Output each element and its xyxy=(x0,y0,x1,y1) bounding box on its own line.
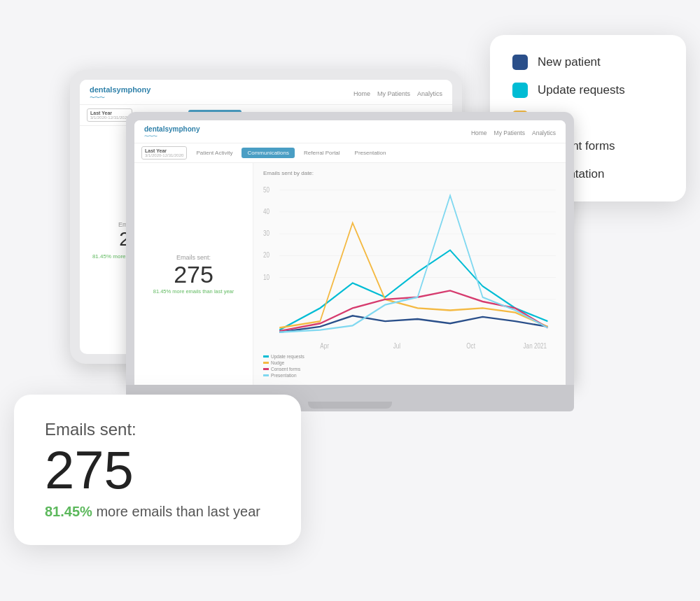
legend-item-update-requests: Update requests xyxy=(512,83,664,98)
laptop-content: Emails sent: 275 81.45% more emails than… xyxy=(134,163,566,385)
legend-laptop-nudge: Nudge xyxy=(263,360,556,365)
laptop-emails-count: 275 xyxy=(174,261,214,288)
svg-text:Jan 2021: Jan 2021 xyxy=(524,341,547,350)
tablet-header: dentalsymphony 〜〜〜 Home My Patients Anal… xyxy=(80,80,452,105)
laptop-nav-home[interactable]: Home xyxy=(471,129,487,136)
laptop-tab-presentation[interactable]: Presentation xyxy=(349,148,392,158)
svg-text:Apr: Apr xyxy=(320,341,329,350)
laptop-emails-growth: 81.45% more emails than last year xyxy=(153,288,234,295)
brand-name: dentalsymphony xyxy=(90,85,150,94)
laptop-brand-name: dentalsymphony xyxy=(144,125,200,133)
nav-patients[interactable]: My Patients xyxy=(377,90,410,97)
laptop-brand-waves: 〜〜〜 xyxy=(144,133,157,140)
legend-laptop-presentation: Presentation xyxy=(263,373,556,378)
laptop-tabs-row: Last Year 3/1/2020-12/31/2020 Patient Ac… xyxy=(134,143,566,163)
laptop-chart-legend: Update requests Nudge Consent forms Pres… xyxy=(263,354,556,378)
floating-emails-label: Emails sent: xyxy=(45,420,270,439)
laptop-tab-patient-activity[interactable]: Patient Activity xyxy=(190,148,238,158)
floating-growth-pct: 81.45% xyxy=(45,504,92,519)
laptop-notch xyxy=(308,402,392,409)
legend-laptop-consent: Consent forms xyxy=(263,367,556,372)
nav-home[interactable]: Home xyxy=(354,90,370,97)
floating-stats-card: Emails sent: 275 81.45% more emails than… xyxy=(14,395,301,545)
svg-text:Oct: Oct xyxy=(466,341,475,350)
svg-text:20: 20 xyxy=(263,250,270,259)
laptop-nav: Home My Patients Analytics xyxy=(471,129,556,136)
laptop-nav-analytics[interactable]: Analytics xyxy=(532,129,556,136)
svg-text:30: 30 xyxy=(263,229,270,237)
floating-emails-count: 275 xyxy=(45,444,270,497)
new-patient-color-swatch xyxy=(512,55,528,70)
laptop-device: dentalsymphony 〜〜〜 Home My Patients Anal… xyxy=(126,112,574,413)
update-requests-label: Update requests xyxy=(538,83,625,97)
laptop-brand-logo: dentalsymphony 〜〜〜 xyxy=(144,125,200,140)
laptop-screen: dentalsymphony 〜〜〜 Home My Patients Anal… xyxy=(134,120,566,385)
laptop-stats-panel: Emails sent: 275 81.45% more emails than… xyxy=(134,163,253,385)
svg-text:50: 50 xyxy=(263,185,270,194)
laptop-emails-label: Emails sent: xyxy=(176,254,211,261)
laptop-date-select[interactable]: Last Year 3/1/2020-12/31/2020 xyxy=(141,146,187,160)
laptop-header: dentalsymphony 〜〜〜 Home My Patients Anal… xyxy=(134,120,566,143)
laptop-nav-patients[interactable]: My Patients xyxy=(494,129,525,136)
laptop-chart-title: Emails sent by date: xyxy=(263,170,556,176)
nav-analytics[interactable]: Analytics xyxy=(417,90,442,97)
laptop-tab-referral-portal[interactable]: Referral Portal xyxy=(298,148,346,158)
brand-logo: dentalsymphony 〜〜〜 xyxy=(90,85,150,101)
svg-text:Jul: Jul xyxy=(393,341,400,350)
laptop-tab-communications[interactable]: Communications xyxy=(241,148,295,158)
floating-growth-suffix: more emails than last year xyxy=(92,504,260,519)
svg-text:40: 40 xyxy=(263,207,270,215)
laptop-chart-container: 50 40 30 20 10 xyxy=(263,179,556,354)
laptop-screen-wrap: dentalsymphony 〜〜〜 Home My Patients Anal… xyxy=(126,112,574,385)
brand-waves: 〜〜〜 xyxy=(90,94,104,101)
tablet-nav: Home My Patients Analytics xyxy=(354,90,442,97)
legend-laptop-update: Update requests xyxy=(263,354,556,359)
update-requests-color-swatch xyxy=(512,83,528,98)
laptop-chart-panel: Emails sent by date: 50 40 xyxy=(253,163,566,385)
new-patient-label: New patient xyxy=(538,55,601,69)
laptop-chart-svg: 50 40 30 20 10 xyxy=(263,179,556,354)
svg-text:10: 10 xyxy=(263,273,270,281)
legend-item-new-patient: New patient xyxy=(512,55,664,70)
floating-emails-growth: 81.45% more emails than last year xyxy=(45,504,270,520)
